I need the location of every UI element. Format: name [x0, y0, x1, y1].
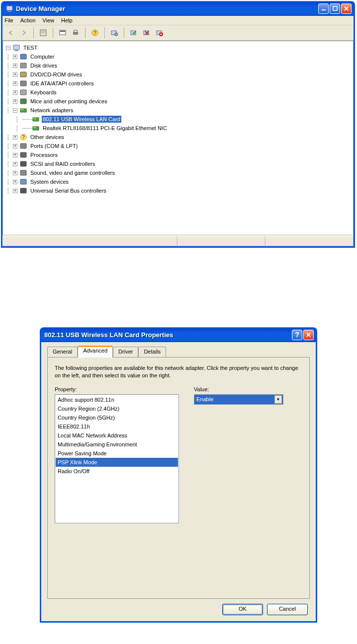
expander-icon[interactable]: + — [13, 90, 17, 95]
menu-help[interactable]: Help — [61, 17, 73, 23]
expander-icon[interactable]: + — [13, 144, 17, 148]
tree-node[interactable]: │+Universal Serial Bus controllers — [4, 186, 352, 195]
menu-view[interactable]: View — [42, 17, 54, 23]
expander-icon[interactable]: + — [13, 81, 17, 86]
ok-button[interactable]: OK — [222, 604, 263, 615]
expander-icon[interactable]: + — [13, 64, 17, 68]
property-item[interactable]: Local MAC Network Address — [56, 431, 178, 440]
svg-rect-1 — [7, 11, 11, 12]
tree-label[interactable]: Sound, video and game controllers — [29, 169, 116, 176]
svg-rect-41 — [20, 143, 26, 148]
tree-node[interactable]: │───Realtek RTL8168/8111 PCI-E Gigabit E… — [4, 124, 352, 133]
tree-view[interactable]: −TEST│+Computer│+Disk drives│+DVD/CD-ROM… — [2, 41, 354, 235]
help-icon[interactable]: ? — [89, 27, 100, 38]
property-listbox[interactable]: Adhoc support 802.11nCountry Region (2.4… — [55, 394, 179, 523]
keyboard-icon — [19, 88, 27, 96]
svg-rect-35 — [35, 118, 36, 119]
tab-details[interactable]: Details — [138, 347, 166, 357]
expander-icon[interactable]: + — [13, 135, 17, 140]
svg-rect-26 — [20, 72, 26, 77]
value-dropdown[interactable]: Enable ▼ — [194, 394, 283, 405]
dialog-close-button[interactable]: ✕ — [303, 330, 314, 340]
tree-node[interactable]: │+IDE ATA/ATAPI controllers — [4, 79, 352, 88]
tree-node[interactable]: │+Computer — [4, 52, 352, 61]
tab-general[interactable]: General — [47, 347, 78, 357]
tree-label[interactable]: Network adapters — [29, 107, 74, 114]
tree-node[interactable]: │+Sound, video and game controllers — [4, 168, 352, 177]
console-icon[interactable] — [57, 27, 68, 38]
expander-icon[interactable]: − — [6, 46, 10, 50]
tree-label[interactable]: Ports (COM & LPT) — [29, 143, 79, 149]
tab-driver[interactable]: Driver — [113, 347, 138, 357]
tree-label[interactable]: IDE ATA/ATAPI controllers — [29, 80, 95, 87]
dialog-titlebar[interactable]: 802.11 USB Wireless LAN Card Properties … — [41, 327, 316, 342]
context-help-button[interactable]: ? — [292, 330, 302, 340]
tree-node[interactable]: │−Network adapters — [4, 106, 352, 115]
tree-node[interactable]: │+System devices — [4, 177, 352, 186]
cancel-button[interactable]: Cancel — [267, 604, 308, 615]
property-item[interactable]: PSP Xlink Mode — [56, 458, 178, 467]
expander-icon[interactable]: + — [13, 153, 17, 157]
tree-node[interactable]: │+SCSI and RAID controllers — [4, 159, 352, 168]
expander-icon[interactable]: − — [13, 108, 17, 113]
tree-label[interactable]: 802.11 USB Wireless LAN Card — [42, 116, 121, 123]
tree-label[interactable]: Processors — [29, 151, 59, 158]
tree-node[interactable]: │+Processors — [4, 150, 352, 159]
value-label: Value: — [194, 386, 283, 392]
svg-rect-27 — [20, 81, 26, 86]
net-card-icon — [32, 115, 40, 123]
tree-label[interactable]: Mice and other pointing devices — [29, 98, 108, 105]
property-item[interactable]: Adhoc support 802.11n — [56, 395, 178, 404]
tree-node[interactable]: │+DVD/CD-ROM drives — [4, 70, 352, 79]
tree-label[interactable]: Universal Serial Bus controllers — [29, 187, 107, 194]
menu-file[interactable]: File — [4, 17, 13, 23]
tree-label[interactable]: Realtek RTL8168/8111 PCI-E Gigabit Ether… — [42, 125, 168, 132]
scan-icon[interactable] — [109, 27, 120, 38]
disable-icon[interactable] — [141, 27, 152, 38]
titlebar[interactable]: Device Manager ✕ — [2, 1, 354, 16]
property-item[interactable]: Power Saving Mode — [56, 449, 178, 458]
print-icon[interactable] — [70, 27, 81, 38]
tree-node[interactable]: │+Disk drives — [4, 61, 352, 70]
expander-icon[interactable]: + — [13, 189, 17, 193]
expander-icon[interactable]: + — [13, 99, 17, 104]
properties-icon[interactable] — [38, 27, 49, 38]
window-title: Device Manager — [16, 5, 318, 12]
tab-advanced[interactable]: Advanced — [78, 346, 113, 358]
menu-action[interactable]: Action — [20, 17, 36, 23]
svg-rect-38 — [35, 127, 36, 128]
tree-label[interactable]: DVD/CD-ROM drives — [29, 71, 83, 78]
svg-rect-44 — [20, 170, 26, 175]
tree-label[interactable]: Disk drives — [29, 62, 58, 69]
expander-icon[interactable]: + — [13, 55, 17, 59]
tree-node[interactable]: │+Mice and other pointing devices — [4, 97, 352, 106]
network-icon — [19, 106, 27, 114]
property-item[interactable]: IEEE802.11h — [56, 422, 178, 431]
tree-node[interactable]: │───802.11 USB Wireless LAN Card — [4, 115, 352, 124]
close-button[interactable]: ✕ — [341, 3, 352, 14]
expander-icon[interactable]: + — [13, 72, 17, 77]
tree-node[interactable]: │+Keyboards — [4, 88, 352, 97]
property-item[interactable]: Multimedia/Gaming Environment — [56, 440, 178, 449]
back-button — [5, 27, 16, 38]
tree-node[interactable]: │+Ports (COM & LPT) — [4, 142, 352, 150]
tree-root[interactable]: TEST — [22, 44, 38, 51]
enable-icon[interactable] — [128, 27, 139, 38]
tree-label[interactable]: Computer — [29, 53, 55, 60]
expander-icon[interactable]: + — [13, 162, 17, 166]
maximize-button[interactable] — [330, 3, 340, 14]
expander-icon[interactable]: + — [13, 171, 17, 175]
tree-label[interactable]: System devices — [29, 178, 70, 185]
property-item[interactable]: Radio On/Off — [56, 467, 178, 476]
expander-icon[interactable]: + — [13, 180, 17, 184]
property-item[interactable]: Country Region (5GHz) — [56, 413, 178, 422]
tree-label[interactable]: SCSI and RAID controllers — [29, 160, 96, 167]
tree-label[interactable]: Keyboards — [29, 89, 58, 96]
uninstall-icon[interactable] — [154, 27, 165, 38]
other-icon: ? — [19, 133, 27, 141]
tree-label[interactable]: Other devices — [29, 134, 65, 141]
tree-node[interactable]: │+?Other devices — [4, 133, 352, 142]
property-item[interactable]: Country Region (2.4GHz) — [56, 404, 178, 413]
chevron-down-icon[interactable]: ▼ — [274, 395, 282, 404]
minimize-button[interactable] — [318, 3, 329, 14]
